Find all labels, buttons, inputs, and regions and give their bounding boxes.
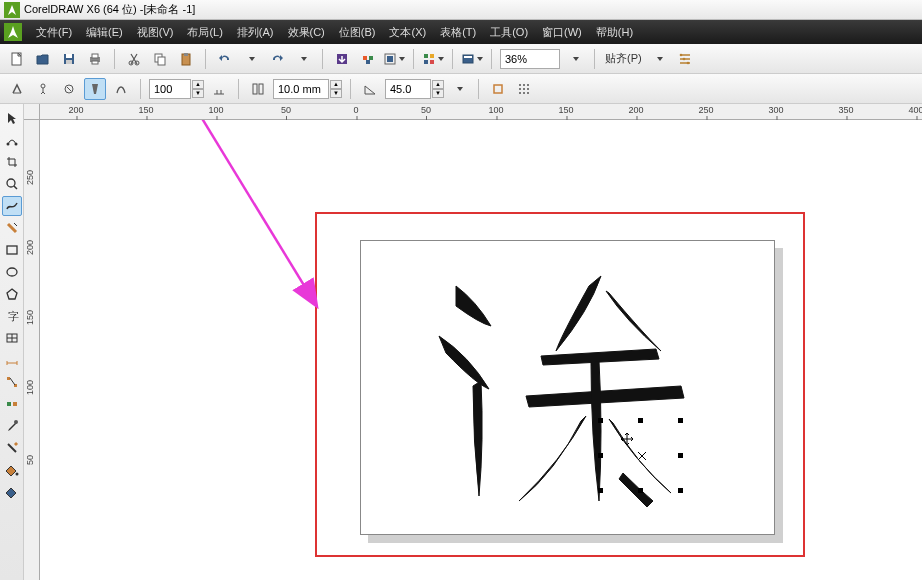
- artistic-media-tool[interactable]: [2, 218, 22, 238]
- angle-input[interactable]: [385, 79, 431, 99]
- menu-bitmaps[interactable]: 位图(B): [335, 25, 380, 40]
- table-tool[interactable]: [2, 328, 22, 348]
- crop-tool[interactable]: [2, 152, 22, 172]
- vertical-ruler[interactable]: 250 200 150 100 50: [24, 120, 40, 580]
- svg-text:字: 字: [8, 310, 19, 322]
- menu-layout[interactable]: 布局(L): [183, 25, 226, 40]
- paste-button[interactable]: [175, 48, 197, 70]
- svg-rect-45: [7, 246, 17, 254]
- undo-button[interactable]: [214, 48, 236, 70]
- svg-point-26: [682, 57, 685, 60]
- down-arrow-icon[interactable]: ▼: [432, 89, 444, 98]
- connector-tool[interactable]: [2, 372, 22, 392]
- svg-rect-5: [92, 54, 98, 58]
- spacing-spinner[interactable]: ▲▼: [273, 79, 342, 99]
- pressure-button[interactable]: [110, 78, 132, 100]
- outline-tool[interactable]: [2, 438, 22, 458]
- zoom-input[interactable]: [500, 49, 560, 69]
- import-button[interactable]: [331, 48, 353, 70]
- menu-effects[interactable]: 效果(C): [284, 25, 329, 40]
- app-launcher-button[interactable]: [422, 48, 444, 70]
- print-button[interactable]: [84, 48, 106, 70]
- open-button[interactable]: [32, 48, 54, 70]
- spacing-input[interactable]: [273, 79, 329, 99]
- freehand-tool[interactable]: [2, 196, 22, 216]
- separator: [114, 49, 115, 69]
- zoom-tool[interactable]: [2, 174, 22, 194]
- horizontal-ruler[interactable]: 200 150 100 50 0 50 100 150 200 250 300 …: [40, 104, 922, 120]
- interactive-tool[interactable]: [2, 394, 22, 414]
- nib-width-input[interactable]: [149, 79, 191, 99]
- snap-dropdown[interactable]: [648, 48, 670, 70]
- zoom-dropdown[interactable]: [564, 48, 586, 70]
- pick-tool[interactable]: [2, 108, 22, 128]
- up-arrow-icon[interactable]: ▲: [330, 80, 342, 89]
- svg-rect-20: [430, 54, 434, 58]
- svg-point-54: [15, 473, 18, 476]
- bounding-box-button[interactable]: [487, 78, 509, 100]
- preset-3-button[interactable]: [58, 78, 80, 100]
- preset-1-button[interactable]: [6, 78, 28, 100]
- nib-width-spinner[interactable]: ▲▼: [149, 79, 204, 99]
- down-arrow-icon[interactable]: ▼: [192, 89, 204, 98]
- ruler-tick: 50: [25, 455, 35, 465]
- copy-button[interactable]: [149, 48, 171, 70]
- svg-point-44: [7, 179, 15, 187]
- welcome-button[interactable]: [461, 48, 483, 70]
- svg-point-25: [679, 53, 682, 56]
- svg-rect-16: [366, 60, 370, 64]
- ruler-tick: 100: [25, 380, 35, 395]
- angle-spinner[interactable]: ▲▼: [385, 79, 444, 99]
- menu-tools[interactable]: 工具(O): [486, 25, 532, 40]
- new-button[interactable]: [6, 48, 28, 70]
- menu-table[interactable]: 表格(T): [436, 25, 480, 40]
- shape-tool[interactable]: [2, 130, 22, 150]
- up-arrow-icon[interactable]: ▲: [432, 80, 444, 89]
- export-button[interactable]: [357, 48, 379, 70]
- rectangle-tool[interactable]: [2, 240, 22, 260]
- app-title: CorelDRAW X6 (64 位) -: [24, 2, 143, 17]
- svg-rect-19: [424, 54, 428, 58]
- interactive-fill-tool[interactable]: [2, 482, 22, 502]
- grid-dots-button[interactable]: [513, 78, 535, 100]
- calligraphy-nib-button[interactable]: [84, 78, 106, 100]
- svg-rect-10: [158, 57, 165, 65]
- svg-point-34: [523, 84, 525, 86]
- ruler-tick: 200: [628, 105, 643, 115]
- polygon-tool[interactable]: [2, 284, 22, 304]
- canvas[interactable]: [40, 120, 922, 580]
- redo-dropdown[interactable]: [292, 48, 314, 70]
- menu-help[interactable]: 帮助(H): [592, 25, 637, 40]
- menu-text[interactable]: 文本(X): [385, 25, 430, 40]
- angle-dropdown[interactable]: [448, 78, 470, 100]
- menu-arrange[interactable]: 排列(A): [233, 25, 278, 40]
- eyedropper-tool[interactable]: [2, 416, 22, 436]
- menu-file[interactable]: 文件(F): [32, 25, 76, 40]
- publish-button[interactable]: [383, 48, 405, 70]
- ruler-tick: 100: [208, 105, 223, 115]
- menu-view[interactable]: 视图(V): [133, 25, 178, 40]
- ruler-tick: 300: [768, 105, 783, 115]
- cut-button[interactable]: [123, 48, 145, 70]
- dimension-tool[interactable]: [2, 350, 22, 370]
- svg-rect-2: [66, 54, 72, 58]
- save-button[interactable]: [58, 48, 80, 70]
- menu-edit[interactable]: 编辑(E): [82, 25, 127, 40]
- ruler-tick: 150: [138, 105, 153, 115]
- ruler-origin[interactable]: [24, 104, 40, 120]
- menu-window[interactable]: 窗口(W): [538, 25, 586, 40]
- text-tool[interactable]: 字: [2, 306, 22, 326]
- down-arrow-icon[interactable]: ▼: [330, 89, 342, 98]
- svg-line-55: [148, 120, 316, 305]
- ellipse-tool[interactable]: [2, 262, 22, 282]
- fill-tool[interactable]: [2, 460, 22, 480]
- separator: [452, 49, 453, 69]
- up-arrow-icon[interactable]: ▲: [192, 80, 204, 89]
- options-button[interactable]: [674, 48, 696, 70]
- redo-button[interactable]: [266, 48, 288, 70]
- ruler-tick: 50: [421, 105, 431, 115]
- undo-dropdown[interactable]: [240, 48, 262, 70]
- separator: [140, 79, 141, 99]
- preset-2-button[interactable]: [32, 78, 54, 100]
- standard-toolbar: 贴齐(P): [0, 44, 922, 74]
